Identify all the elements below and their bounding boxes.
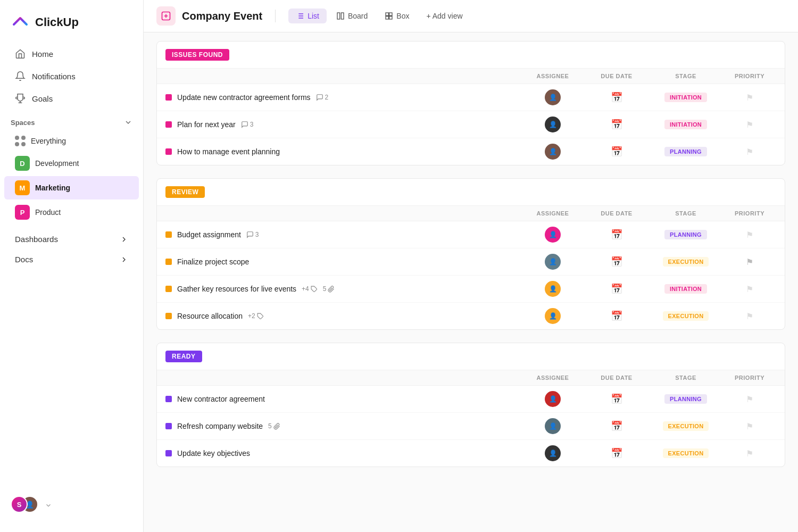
sidebar-item-development[interactable]: D Development (4, 152, 139, 175)
due-date-cell[interactable]: 📅 (585, 92, 649, 103)
task-name-cell: New contractor agreement (165, 395, 521, 403)
comment-icon (316, 94, 323, 101)
due-date-cell[interactable]: 📅 (585, 229, 649, 240)
avatar: 👤 (545, 117, 561, 132)
task-area: ISSUES FOUND ASSIGNEE DUE DATE STAGE PRI… (144, 32, 798, 532)
stage-cell: PLANNING (649, 147, 723, 156)
board-icon (336, 12, 345, 20)
calendar-icon: 📅 (611, 283, 622, 295)
table-row[interactable]: New contractor agreement 👤 📅 PLANNING ⚑ (157, 386, 785, 413)
flag-icon: ⚑ (746, 284, 753, 294)
sidebar-item-dashboards[interactable]: Dashboards (4, 229, 139, 249)
priority-cell[interactable]: ⚑ (723, 311, 776, 321)
group-ready: READY ASSIGNEE DUE DATE STAGE PRIORITY N… (156, 343, 785, 467)
flag-icon: ⚑ (746, 120, 753, 130)
col-priority-2: PRIORITY (723, 210, 776, 217)
sidebar-item-product[interactable]: P Product (4, 201, 139, 224)
project-title-area: Company Event (156, 6, 262, 26)
due-date-cell[interactable]: 📅 (585, 119, 649, 130)
priority-cell[interactable]: ⚑ (723, 421, 776, 431)
priority-cell[interactable]: ⚑ (723, 257, 776, 267)
table-row[interactable]: Resource allocation +2 👤 📅 EXECUTION ⚑ (157, 303, 785, 329)
tab-list[interactable]: List (288, 9, 327, 23)
app-name: ClickUp (35, 15, 79, 29)
stage-cell: EXECUTION (649, 448, 723, 458)
priority-cell[interactable]: ⚑ (723, 394, 776, 404)
notifications-label: Notifications (32, 72, 76, 81)
avatar: 👤 (545, 227, 561, 243)
priority-cell[interactable]: ⚑ (723, 448, 776, 459)
sidebar-item-marketing[interactable]: M Marketing (4, 176, 139, 200)
table-row[interactable]: Refresh company website 5 👤 📅 EXECUTION (157, 413, 785, 440)
flag-icon: ⚑ (746, 394, 753, 404)
comment-icon (241, 121, 248, 128)
table-row[interactable]: Finalize project scope 👤 📅 EXECUTION ⚑ (157, 248, 785, 276)
task-name-cell: Update new contractor agreement forms 2 (165, 93, 521, 102)
sidebar-item-goals[interactable]: Goals (4, 88, 139, 109)
user-footer[interactable]: S 👤 (0, 487, 143, 523)
flag-icon: ⚑ (746, 257, 753, 267)
assignee-cell: 👤 (521, 117, 585, 132)
stage-badge: EXECUTION (663, 257, 709, 267)
tab-board[interactable]: Board (329, 9, 375, 23)
assignee-cell: 👤 (521, 254, 585, 270)
flag-icon: ⚑ (746, 311, 753, 321)
user-menu-chevron[interactable] (45, 502, 52, 509)
stage-badge: INITIATION (664, 120, 707, 129)
due-date-cell[interactable]: 📅 (585, 420, 649, 432)
due-date-cell[interactable]: 📅 (585, 256, 649, 268)
avatar: 👤 (545, 308, 561, 324)
attachment-badge: 5 (268, 422, 280, 430)
view-tabs: List Board Box + Add view (288, 9, 470, 23)
sidebar-item-everything[interactable]: Everything (4, 131, 139, 151)
task-status-dot (165, 259, 172, 265)
priority-cell[interactable]: ⚑ (723, 147, 776, 157)
table-row[interactable]: How to manage event planning 👤 📅 PLANNIN… (157, 138, 785, 165)
bell-icon (15, 71, 26, 81)
due-date-cell[interactable]: 📅 (585, 283, 649, 295)
stage-cell: INITIATION (649, 93, 723, 102)
due-date-cell[interactable]: 📅 (585, 393, 649, 405)
calendar-icon: 📅 (611, 420, 622, 432)
sidebar-item-docs[interactable]: Docs (4, 250, 139, 269)
sidebar-bottom: Dashboards Docs (0, 229, 143, 270)
table-row[interactable]: Plan for next year 3 👤 📅 INITIATION ⚑ (157, 111, 785, 138)
task-status-dot (165, 450, 172, 456)
add-view-button[interactable]: + Add view (419, 9, 470, 23)
priority-cell[interactable]: ⚑ (723, 120, 776, 130)
sidebar-item-home[interactable]: Home (4, 43, 139, 64)
task-status-dot (165, 396, 172, 402)
app-logo[interactable]: ClickUp (0, 9, 143, 43)
spaces-header[interactable]: Spaces (0, 110, 143, 131)
group-ready-header: READY (157, 343, 785, 370)
due-date-cell[interactable]: 📅 (585, 447, 649, 459)
tab-box[interactable]: Box (377, 9, 417, 23)
task-name-cell: Finalize project scope (165, 257, 521, 266)
stage-badge: EXECUTION (663, 448, 709, 458)
task-status-dot (165, 121, 172, 128)
calendar-icon: 📅 (611, 256, 622, 268)
due-date-cell[interactable]: 📅 (585, 310, 649, 322)
col-priority-1: PRIORITY (723, 73, 776, 79)
development-icon: D (15, 156, 30, 171)
sidebar-item-notifications[interactable]: Notifications (4, 65, 139, 87)
task-name-cell: Budget assignment 3 (165, 230, 521, 239)
group-ready-badge: READY (165, 351, 202, 362)
task-name-cell: Gather key resources for live events +4 … (165, 285, 521, 293)
task-name-cell: Update key objectives (165, 449, 521, 458)
tag-icon (311, 286, 318, 293)
task-name-cell: Plan for next year 3 (165, 120, 521, 129)
table-row[interactable]: Budget assignment 3 👤 📅 PLANNING ⚑ (157, 221, 785, 248)
event-icon (161, 11, 171, 21)
table-row[interactable]: Update key objectives 👤 📅 EXECUTION ⚑ (157, 440, 785, 467)
svg-rect-1 (337, 13, 340, 19)
priority-cell[interactable]: ⚑ (723, 284, 776, 294)
priority-cell[interactable]: ⚑ (723, 230, 776, 240)
table-row[interactable]: Update new contractor agreement forms 2 … (157, 84, 785, 111)
group-issues: ISSUES FOUND ASSIGNEE DUE DATE STAGE PRI… (156, 41, 785, 165)
calendar-icon: 📅 (611, 146, 622, 157)
priority-cell[interactable]: ⚑ (723, 93, 776, 103)
header-divider (275, 10, 276, 22)
table-row[interactable]: Gather key resources for live events +4 … (157, 276, 785, 303)
due-date-cell[interactable]: 📅 (585, 146, 649, 157)
